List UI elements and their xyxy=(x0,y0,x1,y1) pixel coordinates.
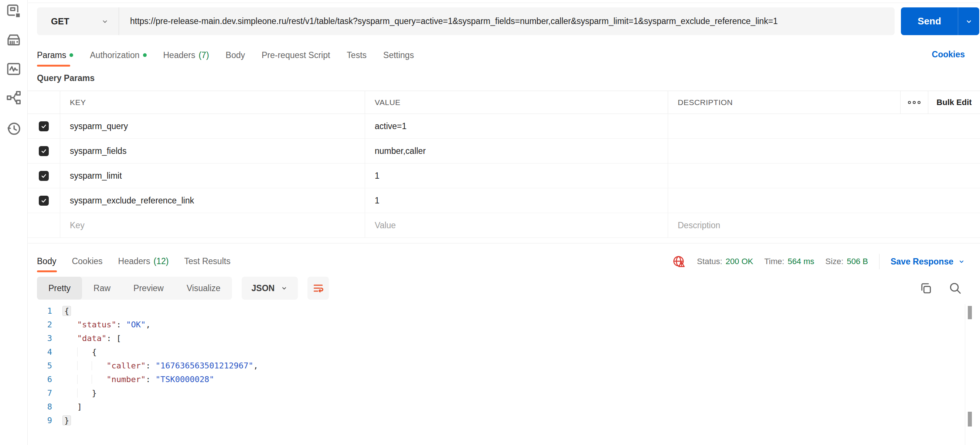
tab-tests[interactable]: Tests xyxy=(347,50,367,60)
size-value: 506 B xyxy=(846,257,868,266)
wrap-text-button[interactable] xyxy=(307,277,329,300)
active-tab-underline xyxy=(37,270,57,272)
tab-response-headers[interactable]: Headers (12) xyxy=(118,256,169,266)
tab-label: Headers xyxy=(118,256,150,266)
collections-icon[interactable] xyxy=(5,2,22,20)
wrap-text-icon xyxy=(312,282,324,294)
tab-headers[interactable]: Headers (7) xyxy=(163,50,209,60)
viewer-toolbar: Pretty Raw Preview Visualize JSON xyxy=(37,277,329,300)
response-body-viewer: 1 { 2 "status": "OK", 3 "data": [ 4 { 5 … xyxy=(28,304,969,445)
param-key[interactable]: sysparm_fields xyxy=(60,139,365,163)
cookies-link[interactable]: Cookies xyxy=(932,49,965,59)
check-icon xyxy=(41,198,47,204)
response-tabs: Body Cookies Headers (12) Test Results xyxy=(37,253,231,269)
view-raw[interactable]: Raw xyxy=(82,277,122,300)
param-value[interactable]: number,caller xyxy=(365,139,668,163)
tab-label: Params xyxy=(37,50,66,60)
line-number: 5 xyxy=(28,361,52,370)
query-params-table: KEY VALUE DESCRIPTION Bulk Edit sysparm_… xyxy=(28,91,980,238)
param-description[interactable] xyxy=(668,114,980,138)
row-checkbox[interactable] xyxy=(39,121,49,131)
scrollbar-track xyxy=(965,304,965,445)
tab-response-body[interactable]: Body xyxy=(37,256,56,266)
search-icon[interactable] xyxy=(948,281,962,295)
line-number: 3 xyxy=(28,334,52,343)
scrollbar-thumb[interactable] xyxy=(968,412,972,426)
tab-body[interactable]: Body xyxy=(226,50,245,60)
tab-pre-request-script[interactable]: Pre-request Script xyxy=(262,50,330,60)
network-warning-icon[interactable] xyxy=(672,255,686,268)
time-badge: Time: 564 ms xyxy=(764,257,814,266)
request-url-bar: GET https://pre-release-main.dev.simpleo… xyxy=(37,7,895,35)
param-key[interactable]: sysparm_query xyxy=(60,114,365,138)
param-description-placeholder[interactable]: Description xyxy=(668,213,980,238)
line-number: 1 xyxy=(28,306,52,316)
param-value[interactable]: active=1 xyxy=(365,114,668,138)
url-input[interactable]: https://pre-release-main.dev.simpleone.r… xyxy=(119,7,895,35)
param-description[interactable] xyxy=(668,188,980,213)
status-value: 200 OK xyxy=(726,257,754,266)
param-value[interactable]: 1 xyxy=(365,164,668,188)
param-description[interactable] xyxy=(668,139,980,163)
save-response-button[interactable]: Save Response xyxy=(891,257,965,267)
param-description[interactable] xyxy=(668,164,980,188)
flows-icon[interactable] xyxy=(5,89,22,107)
more-options-icon[interactable] xyxy=(900,91,928,113)
copy-icon[interactable] xyxy=(919,281,933,295)
line-number: 9 xyxy=(28,416,52,425)
request-tabs: Params Authorization Headers (7) Body Pr… xyxy=(37,47,414,63)
send-label[interactable]: Send xyxy=(901,7,958,35)
view-mode-switch: Pretty Raw Preview Visualize xyxy=(37,277,232,300)
scrollbar-thumb[interactable] xyxy=(968,306,972,319)
environments-icon[interactable] xyxy=(5,31,22,49)
tab-settings[interactable]: Settings xyxy=(383,50,414,60)
tab-test-results[interactable]: Test Results xyxy=(184,256,230,266)
method-select[interactable]: GET xyxy=(37,7,119,35)
query-params-title: Query Params xyxy=(37,73,95,83)
tab-authorization[interactable]: Authorization xyxy=(90,50,146,60)
language-label: JSON xyxy=(251,283,275,293)
response-meta: Status: 200 OK Time: 564 ms Size: 506 B … xyxy=(672,253,965,270)
param-key-placeholder[interactable]: Key xyxy=(60,213,365,238)
row-checkbox[interactable] xyxy=(39,146,49,156)
tab-params[interactable]: Params xyxy=(37,50,73,60)
divider xyxy=(879,254,880,269)
modified-dot xyxy=(143,53,147,57)
bulk-edit-button[interactable]: Bulk Edit xyxy=(928,91,980,113)
status-label: Status: xyxy=(697,257,722,266)
code-line: 7 } xyxy=(28,386,969,400)
view-pretty[interactable]: Pretty xyxy=(37,277,82,300)
chevron-down-icon xyxy=(101,18,109,26)
code-line: 5 "caller": "167636563501212967", xyxy=(28,359,969,373)
fold-marker[interactable]: { xyxy=(62,306,71,316)
check-icon xyxy=(41,123,47,129)
code-line: 3 "data": [ xyxy=(28,332,969,345)
column-header-description: DESCRIPTION xyxy=(668,91,900,113)
tab-count: (12) xyxy=(153,256,169,266)
param-key[interactable]: sysparm_exclude_reference_link xyxy=(60,188,365,213)
history-icon[interactable] xyxy=(5,120,22,137)
view-preview[interactable]: Preview xyxy=(122,277,175,300)
view-visualize[interactable]: Visualize xyxy=(175,277,232,300)
column-header-key: KEY xyxy=(60,91,365,113)
column-header-value: VALUE xyxy=(365,91,668,113)
send-options-button[interactable] xyxy=(958,7,979,35)
language-select[interactable]: JSON xyxy=(242,277,298,300)
top-divider xyxy=(28,3,980,3)
tab-label: Test Results xyxy=(184,256,230,266)
tab-label: Authorization xyxy=(90,50,139,60)
send-button[interactable]: Send xyxy=(901,7,979,35)
param-key[interactable]: sysparm_limit xyxy=(60,164,365,188)
monitors-icon[interactable] xyxy=(5,60,22,78)
row-checkbox[interactable] xyxy=(39,171,49,181)
tab-response-cookies[interactable]: Cookies xyxy=(72,256,102,266)
status-badge: Status: 200 OK xyxy=(697,257,753,266)
row-checkbox[interactable] xyxy=(39,196,49,206)
param-value-placeholder[interactable]: Value xyxy=(365,213,668,238)
fold-marker[interactable]: } xyxy=(62,415,71,425)
code-line: 4 { xyxy=(28,345,969,359)
code-line: 8 ] xyxy=(28,400,969,413)
tab-label: Pre-request Script xyxy=(262,50,330,60)
param-value[interactable]: 1 xyxy=(365,188,668,213)
tab-count: (7) xyxy=(199,50,209,60)
